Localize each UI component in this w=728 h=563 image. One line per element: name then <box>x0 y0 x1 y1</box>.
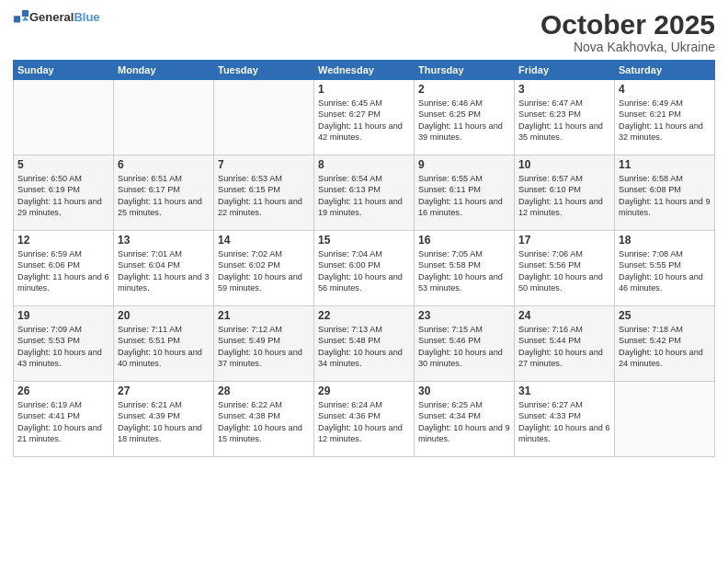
day-info: Sunrise: 6:49 AM Sunset: 6:21 PM Dayligh… <box>619 98 711 144</box>
day-number: 2 <box>418 83 510 96</box>
day-info: Sunrise: 6:19 AM Sunset: 4:41 PM Dayligh… <box>17 399 109 445</box>
calendar-day-cell: 28Sunrise: 6:22 AM Sunset: 4:38 PM Dayli… <box>214 382 314 457</box>
svg-rect-1 <box>22 10 28 17</box>
day-number: 30 <box>418 385 510 397</box>
day-info: Sunrise: 7:02 AM Sunset: 6:02 PM Dayligh… <box>218 248 310 294</box>
day-number: 31 <box>518 385 610 397</box>
calendar-day-cell: 2Sunrise: 6:46 AM Sunset: 6:25 PM Daylig… <box>415 80 515 155</box>
day-number: 22 <box>318 309 410 322</box>
day-info: Sunrise: 6:57 AM Sunset: 6:10 PM Dayligh… <box>518 173 610 219</box>
calendar-day-cell: 16Sunrise: 7:05 AM Sunset: 5:58 PM Dayli… <box>415 231 515 306</box>
day-info: Sunrise: 6:51 AM Sunset: 6:17 PM Dayligh… <box>118 173 210 219</box>
day-number: 5 <box>17 158 109 171</box>
logo: GeneralBlue <box>13 9 100 26</box>
day-number: 29 <box>318 385 410 397</box>
calendar-day-cell <box>114 80 214 155</box>
calendar-day-cell: 25Sunrise: 7:18 AM Sunset: 5:42 PM Dayli… <box>615 306 715 382</box>
calendar-day-cell: 9Sunrise: 6:55 AM Sunset: 6:11 PM Daylig… <box>415 155 515 231</box>
day-number: 17 <box>518 234 610 247</box>
day-number: 10 <box>518 158 610 171</box>
day-info: Sunrise: 7:15 AM Sunset: 5:46 PM Dayligh… <box>418 324 510 370</box>
day-info: Sunrise: 7:16 AM Sunset: 5:44 PM Dayligh… <box>518 324 610 370</box>
svg-rect-0 <box>14 16 20 22</box>
day-number: 13 <box>118 234 210 247</box>
day-number: 15 <box>318 234 410 247</box>
svg-marker-2 <box>22 17 28 21</box>
calendar-day-cell: 30Sunrise: 6:25 AM Sunset: 4:34 PM Dayli… <box>415 382 515 457</box>
weekday-header: Thursday <box>415 61 515 80</box>
calendar-day-cell: 24Sunrise: 7:16 AM Sunset: 5:44 PM Dayli… <box>515 306 615 382</box>
day-info: Sunrise: 6:55 AM Sunset: 6:11 PM Dayligh… <box>418 173 510 219</box>
weekday-header: Sunday <box>14 61 114 80</box>
calendar-day-cell: 21Sunrise: 7:12 AM Sunset: 5:49 PM Dayli… <box>214 306 314 382</box>
general-blue-icon <box>13 9 29 26</box>
day-number: 11 <box>619 158 711 171</box>
calendar-day-cell: 13Sunrise: 7:01 AM Sunset: 6:04 PM Dayli… <box>114 231 214 306</box>
calendar-day-cell: 10Sunrise: 6:57 AM Sunset: 6:10 PM Dayli… <box>515 155 615 231</box>
calendar-day-cell: 31Sunrise: 6:27 AM Sunset: 4:33 PM Dayli… <box>515 382 615 457</box>
day-number: 23 <box>418 309 510 322</box>
calendar-day-cell: 20Sunrise: 7:11 AM Sunset: 5:51 PM Dayli… <box>114 306 214 382</box>
calendar-day-cell: 11Sunrise: 6:58 AM Sunset: 6:08 PM Dayli… <box>615 155 715 231</box>
calendar-day-cell: 3Sunrise: 6:47 AM Sunset: 6:23 PM Daylig… <box>515 80 615 155</box>
calendar-day-cell: 23Sunrise: 7:15 AM Sunset: 5:46 PM Dayli… <box>415 306 515 382</box>
day-info: Sunrise: 6:21 AM Sunset: 4:39 PM Dayligh… <box>118 399 210 445</box>
title-block: October 2025 Nova Kakhovka, Ukraine <box>540 9 715 54</box>
calendar-day-cell <box>214 80 314 155</box>
calendar-day-cell: 18Sunrise: 7:08 AM Sunset: 5:55 PM Dayli… <box>615 231 715 306</box>
weekday-header: Wednesday <box>314 61 415 80</box>
calendar-week-row: 26Sunrise: 6:19 AM Sunset: 4:41 PM Dayli… <box>14 382 715 457</box>
calendar-week-row: 19Sunrise: 7:09 AM Sunset: 5:53 PM Dayli… <box>14 306 715 382</box>
day-number: 9 <box>418 158 510 171</box>
day-number: 19 <box>17 309 109 322</box>
day-info: Sunrise: 7:04 AM Sunset: 6:00 PM Dayligh… <box>318 248 410 294</box>
day-info: Sunrise: 7:09 AM Sunset: 5:53 PM Dayligh… <box>17 324 109 370</box>
day-number: 8 <box>318 158 410 171</box>
header: GeneralBlue October 2025 Nova Kakhovka, … <box>13 9 715 54</box>
day-number: 12 <box>17 234 109 247</box>
calendar-day-cell: 27Sunrise: 6:21 AM Sunset: 4:39 PM Dayli… <box>114 382 214 457</box>
day-number: 28 <box>218 385 310 397</box>
day-info: Sunrise: 6:25 AM Sunset: 4:34 PM Dayligh… <box>418 399 510 445</box>
weekday-header: Tuesday <box>214 61 314 80</box>
calendar-day-cell: 26Sunrise: 6:19 AM Sunset: 4:41 PM Dayli… <box>14 382 114 457</box>
day-info: Sunrise: 6:45 AM Sunset: 6:27 PM Dayligh… <box>318 98 410 144</box>
calendar-day-cell: 17Sunrise: 7:06 AM Sunset: 5:56 PM Dayli… <box>515 231 615 306</box>
day-info: Sunrise: 7:08 AM Sunset: 5:55 PM Dayligh… <box>619 248 711 294</box>
day-number: 20 <box>118 309 210 322</box>
day-info: Sunrise: 6:27 AM Sunset: 4:33 PM Dayligh… <box>518 399 610 445</box>
day-number: 18 <box>619 234 711 247</box>
calendar-day-cell: 29Sunrise: 6:24 AM Sunset: 4:36 PM Dayli… <box>314 382 415 457</box>
calendar-day-cell: 1Sunrise: 6:45 AM Sunset: 6:27 PM Daylig… <box>314 80 415 155</box>
day-info: Sunrise: 6:46 AM Sunset: 6:25 PM Dayligh… <box>418 98 510 144</box>
weekday-header: Monday <box>114 61 214 80</box>
month-title: October 2025 <box>540 9 715 40</box>
calendar-day-cell: 8Sunrise: 6:54 AM Sunset: 6:13 PM Daylig… <box>314 155 415 231</box>
day-info: Sunrise: 7:05 AM Sunset: 5:58 PM Dayligh… <box>418 248 510 294</box>
day-number: 26 <box>17 385 109 397</box>
day-info: Sunrise: 6:54 AM Sunset: 6:13 PM Dayligh… <box>318 173 410 219</box>
calendar-table: SundayMondayTuesdayWednesdayThursdayFrid… <box>13 60 715 457</box>
day-number: 21 <box>218 309 310 322</box>
day-number: 14 <box>218 234 310 247</box>
weekday-header-row: SundayMondayTuesdayWednesdayThursdayFrid… <box>14 61 715 80</box>
calendar-day-cell <box>14 80 114 155</box>
day-info: Sunrise: 7:11 AM Sunset: 5:51 PM Dayligh… <box>118 324 210 370</box>
day-info: Sunrise: 6:53 AM Sunset: 6:15 PM Dayligh… <box>218 173 310 219</box>
day-number: 7 <box>218 158 310 171</box>
calendar-day-cell: 4Sunrise: 6:49 AM Sunset: 6:21 PM Daylig… <box>615 80 715 155</box>
day-number: 4 <box>619 83 711 96</box>
day-info: Sunrise: 7:13 AM Sunset: 5:48 PM Dayligh… <box>318 324 410 370</box>
day-info: Sunrise: 6:58 AM Sunset: 6:08 PM Dayligh… <box>619 173 711 219</box>
page-container: GeneralBlue October 2025 Nova Kakhovka, … <box>0 0 728 466</box>
calendar-day-cell: 12Sunrise: 6:59 AM Sunset: 6:06 PM Dayli… <box>14 231 114 306</box>
location-title: Nova Kakhovka, Ukraine <box>540 40 715 54</box>
day-number: 1 <box>318 83 410 96</box>
day-info: Sunrise: 7:12 AM Sunset: 5:49 PM Dayligh… <box>218 324 310 370</box>
day-number: 6 <box>118 158 210 171</box>
calendar-day-cell: 6Sunrise: 6:51 AM Sunset: 6:17 PM Daylig… <box>114 155 214 231</box>
day-info: Sunrise: 7:06 AM Sunset: 5:56 PM Dayligh… <box>518 248 610 294</box>
weekday-header: Friday <box>515 61 615 80</box>
day-number: 24 <box>518 309 610 322</box>
day-info: Sunrise: 6:47 AM Sunset: 6:23 PM Dayligh… <box>518 98 610 144</box>
